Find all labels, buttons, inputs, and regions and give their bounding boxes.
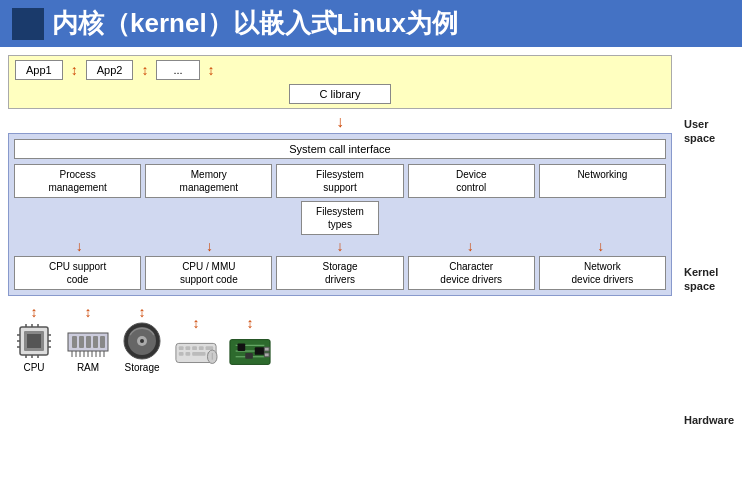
svg-rect-2 [27, 334, 41, 348]
cpu-mmu-box: CPU / MMUsupport code [145, 256, 272, 290]
svg-rect-51 [255, 347, 265, 355]
cpu-arrow: ↕ [31, 304, 38, 320]
driver-row: CPU supportcode CPU / MMUsupport code St… [14, 256, 666, 290]
kernel-space-label: Kernelspace [684, 265, 738, 294]
arrow1: ↓ [76, 238, 83, 254]
arrow2: ↓ [206, 238, 213, 254]
cpu-support-box: CPU supportcode [14, 256, 141, 290]
cpu-icon [12, 322, 56, 360]
app-row: App1 ↕ App2 ↕ ... ↕ [15, 60, 665, 80]
hw-cpu: ↕ [12, 304, 56, 373]
app1-box: App1 [15, 60, 63, 80]
hw-keyboard: ↕ [174, 315, 218, 373]
c-library-row: C library [15, 84, 665, 104]
svg-rect-17 [79, 336, 84, 348]
title-bar: 内核（kernel）以嵌入式Linux为例 [0, 0, 742, 47]
page-title: 内核（kernel）以嵌入式Linux为例 [52, 6, 458, 41]
memory-management-box: Memorymanagement [145, 164, 272, 198]
svg-rect-16 [72, 336, 77, 348]
title-icon [12, 8, 44, 40]
process-management-box: Processmanagement [14, 164, 141, 198]
network-arrow: ↕ [247, 315, 254, 331]
storage-label: Storage [124, 362, 159, 373]
hardware-label: Hardware [684, 413, 738, 427]
filesystem-support-box: Filesystemsupport [276, 164, 403, 198]
main-content: App1 ↕ App2 ↕ ... ↕ C library ↓ System c… [0, 47, 742, 497]
storage-arrow: ↕ [139, 304, 146, 320]
kernel-modules-row: Processmanagement Memorymanagement Files… [14, 164, 666, 198]
syscall-box: System call interface [14, 139, 666, 159]
networking-box: Networking [539, 164, 666, 198]
svg-rect-18 [86, 336, 91, 348]
svg-rect-38 [199, 346, 204, 350]
app2-box: App2 [86, 60, 134, 80]
filesystem-types-row: Filesystemtypes [14, 201, 666, 235]
arrow4: ↓ [467, 238, 474, 254]
ram-arrow: ↕ [85, 304, 92, 320]
app3-arrow: ↕ [208, 62, 215, 78]
svg-rect-42 [192, 352, 205, 356]
filesystem-types-box: Filesystemtypes [301, 201, 379, 235]
svg-rect-19 [93, 336, 98, 348]
app2-arrow: ↕ [141, 62, 148, 78]
storage-icon [120, 322, 164, 360]
network-icon [228, 333, 272, 371]
svg-rect-40 [179, 352, 184, 356]
keyboard-icon [174, 333, 218, 371]
kernel-arrows: ↓ ↓ ↓ ↓ ↓ [14, 238, 666, 254]
kernel-space-section: System call interface Processmanagement … [8, 133, 672, 296]
svg-rect-52 [245, 353, 253, 359]
svg-rect-20 [100, 336, 105, 348]
arrow3: ↓ [336, 238, 343, 254]
cpu-label: CPU [23, 362, 44, 373]
svg-rect-50 [238, 343, 246, 351]
svg-rect-39 [206, 346, 214, 350]
svg-rect-35 [179, 346, 184, 350]
hw-storage: ↕ Storage [120, 304, 164, 373]
svg-rect-36 [185, 346, 190, 350]
keyboard-arrow: ↕ [193, 315, 200, 331]
network-device-drivers-box: Networkdevice drivers [539, 256, 666, 290]
svg-rect-41 [185, 352, 190, 356]
arrow5: ↓ [597, 238, 604, 254]
svg-point-33 [140, 339, 144, 343]
device-control-box: Devicecontrol [408, 164, 535, 198]
ram-icon [66, 322, 110, 360]
svg-rect-54 [264, 353, 269, 357]
diagram: App1 ↕ App2 ↕ ... ↕ C library ↓ System c… [0, 47, 680, 497]
ram-label: RAM [77, 362, 99, 373]
hw-network: ↕ [228, 315, 272, 373]
c-library-box: C library [289, 84, 392, 104]
storage-drivers-box: Storagedrivers [276, 256, 403, 290]
right-labels: Userspace Kernelspace Hardware [680, 47, 742, 497]
svg-rect-53 [264, 347, 269, 351]
user-kernel-arrow: ↓ [8, 113, 672, 131]
user-space-section: App1 ↕ App2 ↕ ... ↕ C library [8, 55, 672, 109]
character-device-drivers-box: Characterdevice drivers [408, 256, 535, 290]
hardware-section: ↕ [8, 300, 672, 377]
app-dots-box: ... [156, 60, 199, 80]
app1-arrow: ↕ [71, 62, 78, 78]
hw-ram: ↕ [66, 304, 110, 373]
user-space-label: Userspace [684, 117, 738, 146]
svg-rect-37 [192, 346, 197, 350]
